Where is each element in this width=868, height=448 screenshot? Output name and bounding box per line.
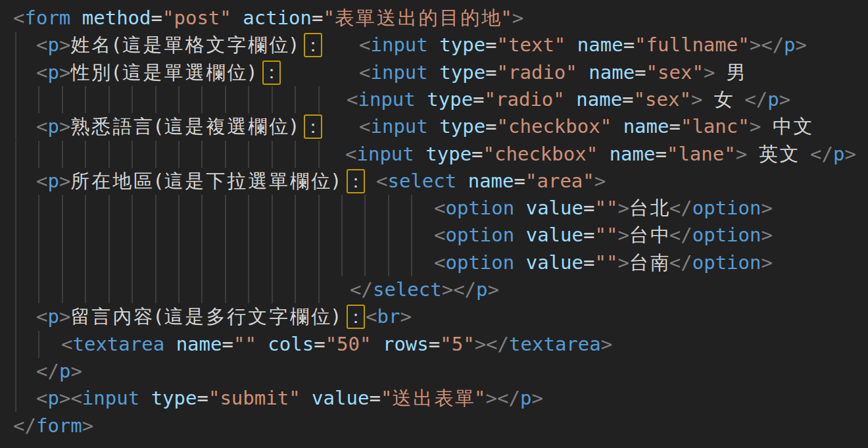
code-token: textarea	[72, 333, 164, 355]
code-token: "	[474, 387, 485, 409]
code-token: 這是下拉選單欄位	[164, 170, 332, 192]
code-token: "radio"	[485, 88, 565, 111]
code-token: 表單送出的目的地	[335, 7, 502, 29]
indent-guide	[225, 195, 226, 222]
code-token: "5"	[440, 333, 474, 355]
code-token	[565, 88, 576, 111]
indent-guide	[15, 113, 16, 140]
indent-guide	[225, 249, 226, 276]
code-token: "fullname"	[635, 34, 750, 56]
code-token: ></	[442, 278, 476, 301]
indent-guide	[341, 249, 343, 276]
indent-guide	[178, 86, 180, 113]
indent-guide	[295, 276, 296, 303]
indent-guide	[201, 141, 203, 168]
code-token: type	[151, 387, 197, 409]
code-token: </	[13, 414, 36, 437]
indent-guide	[364, 249, 366, 276]
unicode-highlight-box: ：	[304, 33, 322, 57]
code-token: >	[796, 34, 807, 56]
indent-guide	[62, 141, 63, 168]
code-token: <	[366, 305, 377, 328]
code-token	[715, 61, 726, 84]
indent-guide	[108, 195, 110, 222]
indent-guide	[341, 195, 343, 222]
code-token: type	[439, 34, 485, 56]
code-token: <	[359, 115, 370, 137]
code-token	[514, 224, 525, 246]
code-token: >	[617, 251, 629, 274]
indent-guide	[85, 222, 86, 249]
code-token: <	[434, 251, 445, 274]
code-token: 所在地區	[70, 170, 155, 192]
indent-guide	[248, 249, 249, 276]
indent-guide	[62, 86, 63, 113]
code-segment: <option value="">台南</option>	[434, 249, 773, 276]
indent-guide	[272, 276, 273, 303]
code-segment: <p>留言內容(這是多行文字欄位)	[36, 303, 341, 330]
code-token: action	[243, 7, 312, 29]
code-token: p	[520, 387, 531, 409]
code-token: "sex"	[646, 61, 704, 84]
code-token: option	[692, 197, 761, 219]
indent-guide	[318, 222, 320, 249]
code-line: </select></p>	[0, 276, 868, 303]
indent-guide	[272, 141, 273, 168]
code-token: 台中	[629, 224, 671, 246]
code-token: type	[439, 61, 485, 84]
code-token: <	[36, 61, 47, 84]
code-token: type	[425, 143, 471, 165]
code-token	[256, 333, 268, 355]
indent-guide	[132, 86, 133, 113]
indent-guide	[15, 32, 16, 59]
code-line: <p>熟悉語言(這是複選欄位)：<input type="checkbox" n…	[0, 113, 868, 140]
code-token: ""	[594, 224, 617, 246]
code-token: <	[345, 143, 356, 165]
code-token: p	[59, 360, 70, 382]
indent-guide	[132, 222, 133, 249]
code-token: "radio"	[497, 61, 577, 84]
code-token: "submit"	[208, 387, 301, 409]
code-segment: <textarea name="" cols="50" rows="5"></t…	[61, 331, 612, 358]
indent-guide	[295, 222, 296, 249]
code-token: "lanc"	[681, 115, 750, 137]
code-token: "sex"	[634, 88, 691, 111]
indent-guide	[318, 195, 320, 222]
code-token: >	[601, 333, 612, 355]
indent-guide	[295, 141, 296, 168]
indent-guide	[15, 222, 16, 249]
code-token: <	[61, 333, 72, 355]
code-segment: <p>姓名(這是單格文字欄位)	[36, 32, 300, 59]
indent-guide	[364, 222, 366, 249]
code-token: <	[347, 88, 358, 111]
indent-guide	[85, 195, 86, 222]
indent-guide	[272, 86, 273, 113]
code-editor[interactable]: <form method="post" action="表單送出的目的地"><p…	[0, 0, 868, 448]
code-token: 台北	[629, 197, 671, 219]
code-line: <input type="radio" name="sex"> 女 </p>	[0, 86, 868, 113]
indent-guide	[178, 276, 180, 303]
code-token	[514, 251, 525, 274]
indent-guide	[62, 249, 63, 276]
indent-guide	[132, 141, 133, 168]
code-token: p	[47, 305, 59, 328]
code-token: =	[471, 143, 483, 165]
code-token: 送出表單	[392, 387, 476, 409]
code-line: <p>所在地區(這是下拉選單欄位)：<select name="area">	[0, 168, 868, 195]
code-token: select	[387, 170, 456, 192]
code-token: <	[376, 170, 387, 192]
code-token: p	[47, 170, 59, 192]
indent-guide	[201, 249, 203, 276]
indent-guide	[15, 249, 16, 276]
indent-guide	[411, 249, 412, 276]
code-token: =	[222, 333, 233, 355]
indent-guide	[108, 86, 110, 113]
code-token: method	[82, 7, 151, 29]
code-token: >	[59, 305, 70, 328]
code-token: name	[623, 115, 669, 137]
code-token	[139, 387, 151, 409]
code-line: <option value="">台北</option>	[0, 195, 868, 222]
code-token: =	[151, 7, 162, 29]
indent-guide	[225, 141, 226, 168]
indent-guide	[15, 86, 16, 113]
